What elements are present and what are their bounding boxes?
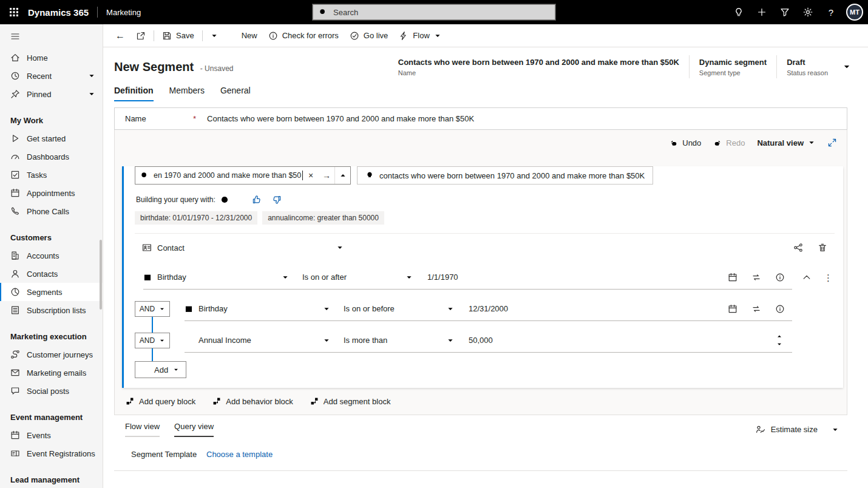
save-split-chevron-button[interactable]	[206, 27, 223, 44]
tab-flow-view[interactable]: Flow view	[125, 422, 160, 437]
info-icon[interactable]	[220, 195, 229, 204]
sidebar-item-label: Segments	[27, 288, 98, 297]
trash-icon[interactable]	[818, 243, 827, 252]
operator-selector[interactable]: Is on or after	[302, 273, 413, 282]
header-collapse-chevron[interactable]	[843, 63, 851, 71]
spinner-up-icon[interactable]	[776, 333, 782, 339]
sidebar-item-phone-calls[interactable]: Phone Calls	[0, 202, 103, 220]
view-selector-dropdown[interactable]: Natural view	[757, 138, 815, 147]
save-button[interactable]: Save	[157, 27, 199, 44]
swap-icon[interactable]	[751, 273, 761, 282]
sidebar-item-appointments[interactable]: Appointments	[0, 184, 103, 202]
sidebar-item-dashboards[interactable]: Dashboards	[0, 147, 103, 166]
sidebar-item-tasks[interactable]: Tasks	[0, 166, 103, 184]
field-selector[interactable]: Birthday	[185, 304, 330, 313]
open-in-new-window-button[interactable]	[131, 27, 151, 44]
field-selector[interactable]: Birthday	[143, 273, 289, 282]
operator-selector[interactable]: Is more than	[344, 336, 454, 345]
info-icon[interactable]	[775, 304, 785, 314]
user-avatar[interactable]: MT	[846, 4, 863, 21]
calendar-picker-icon[interactable]	[728, 273, 737, 282]
more-options-icon[interactable]: ⋮	[824, 273, 833, 282]
logical-operator-selector[interactable]: AND	[135, 333, 170, 348]
unsaved-indicator: - Unsaved	[200, 64, 234, 73]
condition-row: AND Birthday Is on or before	[124, 293, 843, 325]
sidebar-item-marketing-emails[interactable]: Marketing emails	[0, 364, 103, 382]
global-search-input[interactable]	[332, 7, 549, 18]
estimate-size-button[interactable]: Estimate size	[756, 425, 839, 435]
sidebar-item-segments[interactable]: Segments	[0, 283, 103, 301]
tab-members[interactable]: Members	[169, 86, 205, 101]
tab-definition[interactable]: Definition	[114, 86, 154, 101]
tag-annualincome[interactable]: annualincome: greater than 50000	[262, 211, 384, 225]
quick-create-button[interactable]	[750, 0, 773, 24]
spinner-down-icon[interactable]	[776, 341, 782, 347]
clear-query-button[interactable]: ×	[303, 167, 319, 184]
field-selector[interactable]: Annual Income	[185, 336, 330, 345]
add-behavior-block-label: Add behavior block	[226, 397, 293, 406]
submit-query-button[interactable]: →	[319, 167, 334, 184]
sidebar-item-pinned[interactable]: Pinned	[0, 85, 103, 103]
sidebar-item-recent[interactable]: Recent	[0, 67, 103, 85]
add-segment-block-button[interactable]: Add segment block	[310, 397, 391, 406]
sidebar-item-event-registrations[interactable]: Event Registrations	[0, 444, 103, 463]
redo-button[interactable]: Redo	[713, 138, 745, 147]
sidebar-item-events[interactable]: Events	[0, 426, 103, 444]
query-suggestion-chip[interactable]: contacts who were born between 1970 and …	[357, 166, 653, 185]
logical-operator-selector[interactable]: AND	[135, 301, 170, 317]
swap-icon[interactable]	[751, 304, 761, 314]
tag-birthdate[interactable]: birthdate: 01/01/1970 - 12/31/2000	[135, 211, 257, 225]
ideas-button[interactable]	[727, 0, 750, 24]
sidebar-item-subscription-lists[interactable]: Subscription lists	[0, 301, 103, 319]
thumbs-down-icon[interactable]	[272, 195, 282, 205]
operator-selector[interactable]: Is on or before	[344, 304, 454, 313]
app-name[interactable]: Marketing	[106, 8, 141, 17]
app-launcher-button[interactable]	[0, 0, 28, 24]
flow-button[interactable]: Flow	[394, 27, 446, 44]
info-icon[interactable]	[775, 273, 785, 282]
expand-fullscreen-icon[interactable]	[827, 138, 837, 147]
sidebar-item-get-started[interactable]: Get started	[0, 129, 103, 147]
collapse-query-button[interactable]	[334, 167, 350, 184]
chevron-down-icon[interactable]	[88, 90, 95, 98]
record-header: New Segment - Unsaved Contacts who were …	[103, 47, 868, 81]
add-behavior-block-button[interactable]: Add behavior block	[212, 397, 293, 406]
condition-value[interactable]: 12/31/2000	[469, 304, 508, 313]
new-button[interactable]: New	[224, 27, 262, 44]
add-query-block-button[interactable]: Add query block	[126, 397, 195, 406]
condition-value[interactable]: 1/1/1970	[427, 273, 458, 282]
entity-selector[interactable]: Contact	[142, 243, 344, 252]
sidebar-item-label: Customer journeys	[27, 350, 98, 359]
condition-value[interactable]: 50,000	[469, 336, 493, 345]
thumbs-up-icon[interactable]	[252, 195, 262, 205]
condition-row: Birthday Is on or after 1/1/1970	[124, 262, 843, 293]
sidebar-item-social-posts[interactable]: Social posts	[0, 382, 103, 400]
choose-template-link[interactable]: Choose a template	[206, 450, 273, 459]
filter-button[interactable]	[773, 0, 796, 24]
add-condition-button[interactable]: Add	[135, 361, 186, 378]
go-live-button[interactable]: Go live	[345, 27, 393, 44]
tab-general[interactable]: General	[220, 86, 251, 101]
sidebar-collapse-button[interactable]	[0, 24, 103, 49]
settings-button[interactable]	[796, 0, 819, 24]
sidebar-item-customer-journeys[interactable]: Customer journeys	[0, 345, 103, 364]
chevron-down-icon	[159, 306, 165, 312]
sidebar-item-home[interactable]: Home	[0, 49, 103, 67]
sidebar-item-accounts[interactable]: Accounts	[0, 246, 103, 265]
name-field-value[interactable]: Contacts who were born between 1970 and …	[207, 114, 474, 123]
tab-query-view[interactable]: Query view	[174, 422, 214, 437]
share-icon[interactable]	[793, 243, 803, 252]
command-divider	[154, 30, 154, 41]
sidebar-scrollbar-thumb[interactable]	[100, 240, 102, 310]
undo-button[interactable]: Undo	[670, 138, 701, 147]
calendar-picker-icon[interactable]	[728, 304, 737, 314]
check-for-errors-button[interactable]: Check for errors	[263, 27, 344, 44]
chevron-down-icon[interactable]	[88, 72, 95, 80]
sidebar-item-contacts[interactable]: Contacts	[0, 265, 103, 283]
help-button[interactable]: ?	[819, 0, 843, 24]
nl-query-input[interactable]	[152, 171, 303, 180]
header-summary: Contacts who were born between 1970 and …	[398, 55, 851, 78]
back-button[interactable]: ←	[110, 27, 130, 44]
global-search-box[interactable]	[313, 4, 555, 20]
collapse-block-chevron-icon[interactable]	[802, 273, 812, 282]
